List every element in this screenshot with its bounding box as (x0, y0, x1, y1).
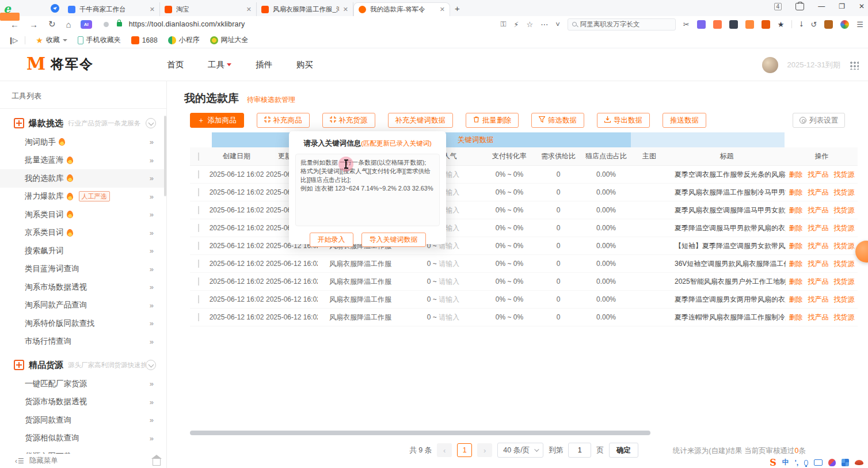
search-popularity-input[interactable]: 0 ~ 请输入 (403, 277, 484, 287)
sidebar-item-0-6[interactable]: 搜索飙升词» (0, 242, 166, 260)
find-product-link[interactable]: 找产品 (808, 295, 829, 305)
back-button[interactable]: ← (10, 20, 19, 29)
browser-tab-1[interactable]: 淘宝✕ (160, 2, 257, 16)
hide-menu-bar[interactable]: ‹☰ 隐藏菜单 (0, 454, 167, 468)
toolbar-button-1[interactable]: 补充货源 (322, 113, 375, 128)
select-all-checkbox[interactable] (198, 153, 199, 161)
find-product-link[interactable]: 找产品 (808, 277, 829, 287)
delete-link[interactable]: 删除 (789, 188, 803, 197)
row-checkbox[interactable] (198, 170, 199, 178)
sidebar-section-1[interactable]: 精品货源源头厂家高利润货源快速挑选 (0, 355, 166, 375)
start-entry-button[interactable]: 开始录入 (310, 233, 353, 247)
address-bar[interactable]: https://tool.dianlaoshi.com/xklibrary (129, 20, 245, 28)
delete-link[interactable]: 删除 (789, 313, 803, 322)
sidebar-item-0-9[interactable]: 淘系同款产品查询» (0, 296, 166, 315)
sidebar-item-0-1[interactable]: 批量选蓝海» (0, 151, 166, 170)
import-keywords-button[interactable]: 导入关键词数据 (361, 233, 426, 247)
extension-icon-house[interactable] (745, 20, 754, 29)
sidebar-item-0-5[interactable]: 京系类目词» (0, 224, 166, 242)
tab-close-icon[interactable]: ✕ (343, 6, 348, 13)
downloads-badge[interactable]: 4 (774, 3, 782, 10)
nav-item-2[interactable]: 插件 (256, 59, 272, 70)
ime-punct[interactable]: ', (795, 459, 798, 467)
sidebar-item-0-8[interactable]: 淘系市场数据透视» (0, 278, 166, 296)
download-icon[interactable]: ⭣ (800, 20, 803, 29)
minimize-button[interactable]: — (818, 2, 825, 10)
find-product-link[interactable]: 找产品 (808, 206, 829, 215)
menu-icon[interactable]: ☰ (856, 20, 863, 29)
search-popularity-input[interactable]: 0 ~ 请输入 (403, 295, 484, 305)
skin-icon[interactable] (855, 460, 863, 465)
toolbar-button-2[interactable]: 补充关键词数据 (388, 113, 454, 128)
toolbar-button-5[interactable]: 导出数据 (597, 113, 650, 128)
chevron-down-icon[interactable]: ˅ (555, 20, 560, 29)
sidebar-item-1-2[interactable]: 货源同款查询» (0, 411, 166, 429)
toolbar-button-4[interactable]: 筛选数据 (531, 113, 584, 128)
find-supply-link[interactable]: 找货源 (834, 295, 855, 305)
browser-tab-0[interactable]: 千牛商家工作台✕ (63, 2, 160, 16)
sidebar-item-0-4[interactable]: 淘系类目词» (0, 206, 166, 224)
row-checkbox[interactable] (198, 295, 199, 303)
sidebar-item-0-10[interactable]: 淘系特价版同款查找» (0, 314, 166, 333)
profile-avatar-icon[interactable] (840, 20, 849, 29)
row-checkbox[interactable] (198, 188, 199, 196)
sidebar-item-1-1[interactable]: 货源市场数据透视» (0, 393, 166, 412)
user-avatar[interactable] (762, 57, 778, 73)
row-checkbox[interactable] (198, 277, 199, 286)
toolbar-button-3[interactable]: 批量删除 (466, 113, 519, 128)
page-size-select[interactable]: 40 条/页 (497, 443, 543, 458)
apps-grid-icon[interactable] (850, 60, 859, 70)
paw-icon[interactable] (828, 459, 836, 466)
goto-page-input[interactable]: 1 (568, 443, 591, 458)
forward-button[interactable]: → (29, 20, 38, 29)
delete-link[interactable]: 删除 (789, 277, 803, 287)
sidebar-item-0-3[interactable]: 潜力爆款库人工严选» (0, 188, 166, 206)
sidebar-item-0-2[interactable]: 我的选款库» (0, 169, 166, 188)
sidebar-item-1-3[interactable]: 货源相似款查询» (0, 429, 166, 448)
profile-icon[interactable] (51, 4, 59, 13)
nav-item-1[interactable]: 工具 (208, 59, 231, 70)
sidebar-scrollbar[interactable] (164, 116, 166, 196)
next-page-button[interactable]: › (477, 443, 492, 457)
extension-icon-purple[interactable] (697, 20, 706, 29)
extensions-puzzle-icon[interactable]: ★ (778, 20, 785, 29)
reload-button[interactable]: ↻ (48, 19, 56, 29)
collapse-chevron-icon[interactable] (146, 360, 156, 370)
tab-close-icon[interactable]: ✕ (246, 6, 252, 13)
nav-item-0[interactable]: 首页 (167, 59, 184, 70)
find-supply-link[interactable]: 找货源 (834, 259, 855, 269)
extension-icon-c[interactable] (762, 20, 770, 29)
find-product-link[interactable]: 找产品 (808, 223, 829, 233)
toolbar-button-0[interactable]: 补充商品 (257, 113, 310, 128)
sidebar-section-0[interactable]: 爆款挑选行业产品货源一条龙服务 (0, 113, 166, 133)
keyword-textarea[interactable]: 批量例如数据 一行一条数据(以空格隔开数据); 格式为[关键词][搜索人气][支… (295, 154, 440, 226)
delete-link[interactable]: 删除 (789, 295, 803, 305)
find-supply-link[interactable]: 找货源 (834, 223, 855, 233)
find-product-link[interactable]: 找产品 (808, 241, 829, 251)
extension-icon-orange[interactable] (713, 20, 722, 29)
site-info-icon[interactable] (104, 22, 109, 27)
bookmark-site-directory[interactable]: 网址大全 (210, 35, 249, 45)
delete-link[interactable]: 删除 (789, 223, 803, 233)
find-product-link[interactable]: 找产品 (808, 170, 829, 180)
new-tab-button[interactable]: + (455, 3, 460, 13)
find-product-link[interactable]: 找产品 (808, 259, 829, 269)
home-button[interactable]: ⌂ (66, 20, 71, 29)
add-product-button[interactable]: ＋ 添加商品 (190, 113, 244, 128)
quick-search-box[interactable]: 阿里离职发万字长文 (568, 18, 676, 31)
flash-icon[interactable]: ⚡ (513, 20, 519, 29)
back-home-icon[interactable] (153, 459, 161, 466)
bookmark-star-icon[interactable]: ☆ (527, 20, 534, 29)
undo-icon[interactable]: ↺ (810, 20, 817, 29)
site-logo[interactable]: M 将军令 (26, 55, 94, 73)
extension-icon-dark[interactable] (729, 20, 738, 29)
ai-assistant-button[interactable]: AI (81, 20, 92, 29)
search-popularity-input[interactable]: 0 ~ 请输入 (403, 259, 484, 269)
current-page-button[interactable]: 1 (457, 443, 472, 457)
collapse-chevron-icon[interactable] (146, 118, 156, 128)
bookmark-miniprogram[interactable]: 小程序 (168, 35, 200, 45)
find-supply-link[interactable]: 找货源 (834, 188, 855, 197)
sidebar-item-1-0[interactable]: 一键匹配厂家货源» (0, 375, 166, 393)
prev-page-button[interactable]: ‹ (437, 443, 452, 457)
sidebar-item-0-0[interactable]: 淘词助手» (0, 133, 166, 151)
